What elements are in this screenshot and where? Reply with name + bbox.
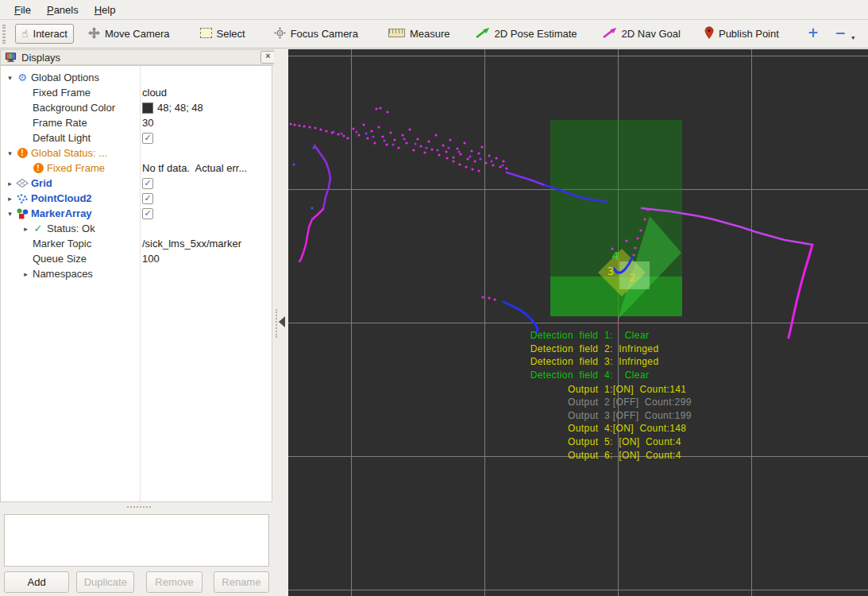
tree-row-grid[interactable]: ▸Grid✓ xyxy=(1,176,272,191)
rviz-window: FilePanelsHelp ☝InteractMove CameraSelec… xyxy=(0,0,868,596)
status-overlay-line: Output 2 [OFF] Count:299 xyxy=(288,397,868,408)
tree-row-value[interactable]: cloud xyxy=(142,85,167,100)
field-number-label: 4 xyxy=(612,250,619,262)
tree-row-value[interactable]: 100 xyxy=(142,251,160,266)
overlay-value: :[ON] Count:148 xyxy=(610,423,686,434)
status-overlay-line: Output 6: [ON] Count:4 xyxy=(288,450,868,461)
expander-closed-icon[interactable]: ▸ xyxy=(5,180,15,188)
value-text: 100 xyxy=(142,253,160,265)
tool-remove-tool[interactable]: −▾ xyxy=(828,23,861,45)
expander-closed-icon[interactable]: ▸ xyxy=(21,270,31,278)
menubar: FilePanelsHelp xyxy=(0,0,868,20)
tree-row-namespaces[interactable]: ▸Namespaces xyxy=(1,266,272,281)
expander-open-icon[interactable]: ▾ xyxy=(5,210,15,218)
tool-measure[interactable]: Measure xyxy=(382,24,457,44)
tree-row-value[interactable]: ✓ xyxy=(142,206,153,221)
overlay-label: Detection field 2 xyxy=(451,343,610,354)
expander-open-icon[interactable]: ▾ xyxy=(5,149,15,157)
detection-field-markers xyxy=(550,120,682,319)
tree-row-label: Fixed Frame xyxy=(33,87,91,99)
tree-row-global-options[interactable]: ▾⚙Global Options xyxy=(1,70,272,85)
tree-row-global-status[interactable]: ▾!Global Status: ... xyxy=(1,145,272,161)
status-overlay-line: Detection field 1: Clear xyxy=(288,330,868,341)
toolbar-drag-handle[interactable] xyxy=(2,25,6,44)
value-text: No tf data. Actual err... xyxy=(142,162,247,174)
field-number-label: 1 xyxy=(642,260,649,273)
tool-focus-camera[interactable]: Focus Camera xyxy=(268,23,365,45)
tree-row-queue-size[interactable]: Queue Size100 xyxy=(1,251,272,266)
tool-label: 2D Nav Goal xyxy=(622,28,681,40)
tool-label: Focus Camera xyxy=(291,28,358,40)
status-overlay-line: Output 1:[ON] Count:141 xyxy=(288,384,868,395)
3d-viewport[interactable]: 4321Detection field 1: ClearDetection fi… xyxy=(288,49,868,596)
checkbox[interactable]: ✓ xyxy=(142,193,153,204)
panel-splitter-handle[interactable] xyxy=(127,506,151,511)
tree-row-markerarray[interactable]: ▾MarkerArray✓ xyxy=(1,206,272,221)
tree-row-value[interactable]: ✓ xyxy=(142,176,153,191)
overlay-value: : Clear xyxy=(610,370,649,381)
checkbox[interactable]: ✓ xyxy=(142,178,153,189)
tree-row-value[interactable]: 30 xyxy=(142,115,153,130)
displays-panel-header[interactable]: Displays × xyxy=(0,49,279,65)
tree-row-fixed-frame[interactable]: !Fixed FrameNo tf data. Actual err... xyxy=(1,161,272,176)
grid-icon xyxy=(15,178,29,188)
tool-visibility[interactable]: ▾ xyxy=(864,23,868,45)
expander-closed-icon[interactable]: ▸ xyxy=(21,225,31,233)
tree-row-value[interactable]: ✓ xyxy=(142,191,153,206)
toolbar: ☝InteractMove CameraSelectFocus CameraMe… xyxy=(0,20,868,48)
tree-row-default-light[interactable]: Default Light✓ xyxy=(1,130,272,145)
tool-add-tool[interactable]: + xyxy=(801,24,825,44)
check-icon: ✓ xyxy=(31,223,45,234)
overlay-value: : Infringed xyxy=(610,356,659,367)
tree-row-value[interactable]: /sick_lms_5xx/marker xyxy=(142,236,241,251)
tool-2d-nav-goal[interactable]: 2D Nav Goal xyxy=(596,23,687,45)
markerarray-icon xyxy=(15,208,29,219)
menu-file[interactable]: File xyxy=(6,2,39,18)
value-text: /sick_lms_5xx/marker xyxy=(142,238,241,250)
tool-move-camera[interactable]: Move Camera xyxy=(82,23,176,45)
overlay-label: Output 2 xyxy=(451,397,610,408)
tree-row-value[interactable]: No tf data. Actual err... xyxy=(142,161,247,176)
tree-row-label: Grid xyxy=(31,177,52,189)
tree-row-pointcloud2[interactable]: ▸PointCloud2✓ xyxy=(1,191,272,206)
arrow-magenta-icon xyxy=(603,27,617,41)
origin-dot xyxy=(617,322,619,324)
tool-interact[interactable]: ☝Interact xyxy=(15,24,74,44)
tool-select[interactable]: Select xyxy=(194,24,252,45)
value-text: cloud xyxy=(142,87,167,99)
vertical-splitter[interactable] xyxy=(274,48,288,596)
displays-icon xyxy=(3,52,17,63)
tool-label: Publish Point xyxy=(719,28,779,40)
checkbox[interactable]: ✓ xyxy=(142,133,153,144)
tree-row-value[interactable]: ✓ xyxy=(142,130,153,145)
tree-row-label: Global Status: ... xyxy=(31,147,107,159)
remove-button: Remove xyxy=(146,571,202,593)
collapse-panel-icon[interactable] xyxy=(279,316,285,327)
tree-row-marker-topic[interactable]: Marker Topic/sick_lms_5xx/marker xyxy=(1,236,272,251)
color-swatch xyxy=(142,103,153,114)
overlay-label: Output 3 xyxy=(451,410,610,421)
checkbox[interactable]: ✓ xyxy=(142,208,153,219)
tool-publish-point[interactable]: Publish Point xyxy=(698,22,785,45)
dropdown-caret-icon[interactable]: ▾ xyxy=(851,34,854,41)
tree-row-value[interactable]: 48; 48; 48 xyxy=(142,100,203,115)
overlay-value: : [ON] Count:4 xyxy=(610,450,681,461)
menu-panels[interactable]: Panels xyxy=(39,2,87,18)
tree-row-fixed-frame[interactable]: Fixed Framecloud xyxy=(1,85,272,100)
overlay-value: : Clear xyxy=(610,330,649,341)
tree-row-frame-rate[interactable]: Frame Rate30 xyxy=(1,115,272,130)
tree-row-status-ok[interactable]: ▸✓Status: Ok xyxy=(1,221,272,236)
menu-help[interactable]: Help xyxy=(87,2,124,18)
panel-title: Displays xyxy=(21,52,60,64)
tool-2d-pose-estimate[interactable]: 2D Pose Estimate xyxy=(469,23,584,45)
tree-row-label: Status: Ok xyxy=(47,223,95,234)
tool-label: Interact xyxy=(33,28,68,40)
tree-row-label: MarkerArray xyxy=(31,207,92,219)
tree-row-label: Default Light xyxy=(33,132,91,144)
add-button[interactable]: Add xyxy=(4,571,69,593)
expander-closed-icon[interactable]: ▸ xyxy=(5,195,15,203)
tool-label: 2D Pose Estimate xyxy=(495,28,577,40)
expander-open-icon[interactable]: ▾ xyxy=(5,74,15,82)
overlay-label: Output 6 xyxy=(451,450,610,461)
tree-row-background-color[interactable]: Background Color48; 48; 48 xyxy=(1,100,272,115)
